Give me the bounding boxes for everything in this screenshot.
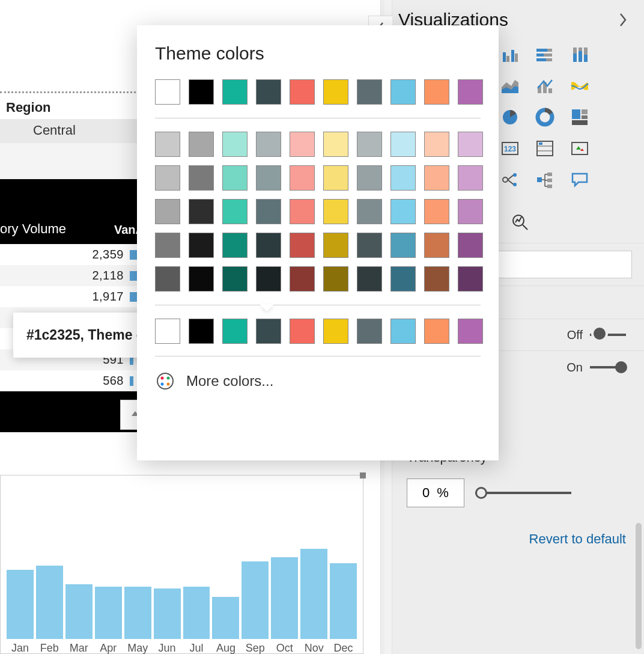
color-swatch[interactable] [290,233,315,258]
color-swatch[interactable] [458,233,483,258]
key-influencers-icon[interactable] [497,167,523,192]
color-swatch[interactable] [458,266,483,292]
bar[interactable] [7,570,34,639]
clustered-column-icon[interactable] [497,42,523,67]
color-swatch[interactable] [357,165,382,191]
color-swatch[interactable] [424,266,449,292]
kpi-icon[interactable] [567,136,593,161]
color-swatch[interactable] [458,319,483,344]
color-swatch[interactable] [155,132,180,157]
ribbon-chart-icon[interactable] [567,73,593,99]
color-swatch[interactable] [256,233,281,258]
color-swatch[interactable] [323,233,348,258]
color-swatch[interactable] [155,266,180,292]
bar[interactable] [65,584,93,639]
color-swatch[interactable] [155,165,180,191]
stacked-area-icon[interactable] [497,73,523,99]
color-swatch[interactable] [357,79,382,105]
color-swatch[interactable] [222,266,248,292]
color-swatch[interactable] [390,199,416,224]
color-swatch[interactable] [424,319,449,344]
treemap-icon[interactable] [567,105,593,130]
color-swatch[interactable] [290,165,315,191]
color-swatch[interactable] [390,233,416,258]
donut-chart-icon[interactable] [532,105,558,130]
bar[interactable] [183,587,210,639]
pie-chart-icon[interactable] [497,105,523,130]
color-swatch[interactable] [189,233,214,258]
color-swatch[interactable] [222,199,248,224]
color-swatch[interactable] [357,319,382,344]
bar[interactable] [124,587,151,639]
color-swatch[interactable] [290,199,315,224]
monthly-bar-chart[interactable]: JanFebMarAprMayJunJulAugSepOctNovDec [0,475,363,654]
color-swatch[interactable] [256,132,281,157]
color-swatch[interactable] [189,319,214,344]
color-swatch[interactable] [323,132,348,157]
toggle-on[interactable] [590,360,626,374]
transparency-slider[interactable] [475,492,571,494]
revert-to-default-link[interactable]: Revert to default [392,513,644,565]
color-swatch[interactable] [189,266,214,292]
qa-visual-icon[interactable] [567,167,593,192]
color-swatch[interactable] [357,266,382,292]
color-swatch[interactable] [323,319,348,344]
color-swatch[interactable] [256,319,281,344]
color-swatch[interactable] [256,266,281,292]
bar[interactable] [95,587,122,639]
bar[interactable] [154,588,181,639]
multirow-card-icon[interactable] [532,136,558,161]
bar[interactable] [36,566,63,639]
color-swatch[interactable] [390,132,416,157]
bar[interactable] [300,549,327,639]
color-swatch[interactable] [290,132,315,157]
color-swatch[interactable] [155,79,180,105]
resize-handle[interactable] [360,472,366,478]
color-swatch[interactable] [189,199,214,224]
color-swatch[interactable] [323,79,348,105]
color-swatch[interactable] [189,132,214,157]
color-swatch[interactable] [357,199,382,224]
line-column-icon[interactable] [532,73,558,99]
bar[interactable] [330,563,357,639]
card-icon[interactable]: 123 [497,136,523,161]
color-swatch[interactable] [390,79,416,105]
color-swatch[interactable] [155,233,180,258]
stacked-column-100-icon[interactable] [567,42,593,67]
bar[interactable] [271,557,298,639]
color-swatch[interactable] [323,199,348,224]
color-swatch[interactable] [424,233,449,258]
decomposition-tree-icon[interactable] [532,167,558,192]
color-swatch[interactable] [357,233,382,258]
color-swatch[interactable] [256,79,281,105]
color-swatch[interactable] [290,266,315,292]
color-swatch[interactable] [323,266,348,292]
expand-pane-icon[interactable] [613,10,632,29]
color-swatch[interactable] [290,319,315,344]
color-swatch[interactable] [222,79,248,105]
color-swatch[interactable] [256,199,281,224]
color-swatch[interactable] [222,132,248,157]
color-swatch[interactable] [290,79,315,105]
color-swatch[interactable] [189,165,214,191]
panel-scrollbar[interactable] [636,523,642,649]
analytics-tab[interactable] [506,207,533,237]
color-swatch[interactable] [155,319,180,344]
transparency-input[interactable]: 0 % [407,478,464,507]
toggle-off[interactable] [590,328,626,342]
color-swatch[interactable] [222,165,248,191]
color-swatch[interactable] [390,266,416,292]
color-swatch[interactable] [458,165,483,191]
color-swatch[interactable] [424,165,449,191]
color-swatch[interactable] [458,79,483,105]
color-swatch[interactable] [256,165,281,191]
color-swatch[interactable] [155,199,180,224]
color-swatch[interactable] [390,319,416,344]
color-swatch[interactable] [222,233,248,258]
color-swatch[interactable] [323,165,348,191]
stacked-bar-100-icon[interactable] [532,42,558,67]
bar[interactable] [212,597,239,639]
more-colors-button[interactable]: More colors... [155,365,481,395]
color-swatch[interactable] [390,165,416,191]
color-swatch[interactable] [458,132,483,157]
